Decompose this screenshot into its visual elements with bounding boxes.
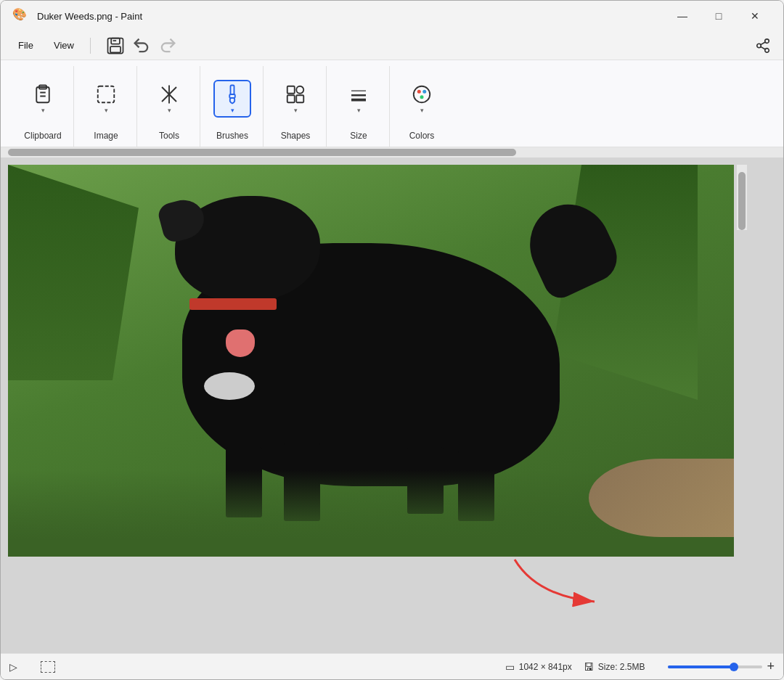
minimize-button[interactable]: — <box>666 5 699 27</box>
title-bar-controls: — □ ✕ <box>666 5 772 27</box>
menu-file[interactable]: File <box>9 37 42 54</box>
shapes-button[interactable]: ▾ <box>277 80 314 118</box>
dog-tongue <box>226 329 255 357</box>
svg-line-8 <box>761 41 765 44</box>
scrollbar-vertical[interactable] <box>737 165 747 230</box>
clipboard-label: Clipboard <box>24 131 61 141</box>
canvas-image <box>8 165 734 557</box>
zoom-plus-button[interactable]: + <box>767 659 775 674</box>
zoom-slider-fill <box>668 665 734 668</box>
image-label: Image <box>94 131 118 141</box>
share-button[interactable] <box>751 34 775 57</box>
ribbon: ▾ Clipboard ▾ Image ▾ <box>1 60 783 147</box>
image-chevron: ▾ <box>105 107 108 114</box>
svg-rect-20 <box>296 86 303 93</box>
brushes-button[interactable]: ▾ <box>213 80 251 118</box>
dimensions-text: 1042 × 841px <box>519 662 572 672</box>
svg-line-7 <box>761 46 765 49</box>
scroll-thumb-horizontal[interactable] <box>8 149 516 156</box>
red-arrow-annotation <box>493 552 609 613</box>
ribbon-group-clipboard: ▾ Clipboard <box>12 66 74 147</box>
image-icon-area: ▾ <box>87 66 125 131</box>
svg-rect-13 <box>98 86 115 102</box>
brushes-icon-area: ▾ <box>213 66 251 131</box>
ribbon-group-image: ▾ Image <box>75 66 137 147</box>
colors-chevron: ▾ <box>420 107 424 114</box>
toolbar-actions <box>104 34 179 57</box>
zoom-slider-track[interactable] <box>668 665 762 668</box>
save-button[interactable] <box>104 34 127 57</box>
clipboard-button[interactable]: ▾ <box>24 80 62 118</box>
title-bar: 🎨 Duker Weeds.png - Paint — □ ✕ <box>1 1 783 31</box>
shapes-chevron: ▾ <box>294 107 298 114</box>
tools-chevron: ▾ <box>168 107 171 114</box>
window-title: Duker Weeds.png - Paint <box>37 11 142 22</box>
brushes-label: Brushes <box>216 131 248 141</box>
menu-bar: File View <box>1 31 783 60</box>
svg-rect-19 <box>287 86 295 93</box>
svg-rect-18 <box>229 94 235 98</box>
maximize-button[interactable]: □ <box>702 5 735 27</box>
status-dimensions: ▭ 1042 × 841px <box>505 661 572 673</box>
shapes-label: Shapes <box>281 131 311 141</box>
colors-button[interactable]: ▾ <box>403 80 441 118</box>
colors-icon-area: ▾ <box>403 66 441 131</box>
tools-button[interactable]: ▾ <box>150 80 188 118</box>
tools-label: Tools <box>159 131 179 141</box>
cursor-icon: ▷ <box>9 661 17 673</box>
dog-collar <box>189 298 277 310</box>
image-button[interactable]: ▾ <box>87 80 125 118</box>
ribbon-group-size: ▾ Size <box>328 66 390 147</box>
tools-icon-area: ▾ <box>150 66 188 131</box>
size-button[interactable]: ▾ <box>340 80 377 118</box>
brushes-chevron: ▾ <box>231 107 234 114</box>
svg-point-6 <box>765 48 769 52</box>
scrollbar-horizontal[interactable] <box>1 147 783 157</box>
canvas-area <box>1 147 783 653</box>
ribbon-group-brushes: ▾ Brushes <box>202 66 264 147</box>
svg-rect-22 <box>296 95 303 102</box>
menu-view[interactable]: View <box>45 37 83 54</box>
close-button[interactable]: ✕ <box>738 5 772 27</box>
status-bar: ▷ ▭ 1042 × 841px 🖫 Size: 2.5MB + <box>1 653 783 679</box>
app-icon: 🎨 <box>12 7 30 25</box>
clipboard-chevron: ▾ <box>41 107 45 114</box>
ribbon-group-tools: ▾ Tools <box>139 66 200 147</box>
size-label: Size <box>350 131 367 141</box>
dirt-patch <box>589 459 734 537</box>
clipboard-icon-area: ▾ <box>24 66 62 131</box>
shapes-icon-area: ▾ <box>277 66 314 131</box>
svg-rect-17 <box>231 85 234 94</box>
size-icon: 🖫 <box>584 661 594 673</box>
zoom-slider-thumb[interactable] <box>730 663 738 671</box>
svg-point-26 <box>414 86 430 102</box>
svg-point-4 <box>765 38 769 43</box>
size-chevron: ▾ <box>357 107 361 114</box>
svg-rect-21 <box>287 95 295 102</box>
ribbon-group-colors: ▾ Colors <box>391 66 452 147</box>
dog-chest-patch <box>204 372 255 400</box>
svg-rect-2 <box>110 46 121 52</box>
redo-button[interactable] <box>156 34 179 57</box>
dimensions-icon: ▭ <box>505 661 515 673</box>
svg-point-28 <box>422 89 426 93</box>
scroll-thumb-vertical[interactable] <box>738 172 746 230</box>
ribbon-group-shapes: ▾ Shapes <box>265 66 327 147</box>
menu-separator <box>90 38 91 54</box>
zoom-area: + <box>668 659 775 674</box>
svg-point-5 <box>757 44 761 48</box>
selection-icon <box>41 661 55 673</box>
canvas-scroll-container <box>1 157 783 653</box>
size-icon-area: ▾ <box>340 66 377 131</box>
svg-point-29 <box>420 95 424 99</box>
undo-button[interactable] <box>130 34 153 57</box>
title-bar-left: 🎨 Duker Weeds.png - Paint <box>12 7 142 25</box>
size-text: Size: 2.5MB <box>598 662 645 672</box>
main-content <box>1 147 783 653</box>
svg-point-27 <box>417 89 421 93</box>
colors-label: Colors <box>409 131 435 141</box>
status-file-size: 🖫 Size: 2.5MB <box>584 661 645 673</box>
